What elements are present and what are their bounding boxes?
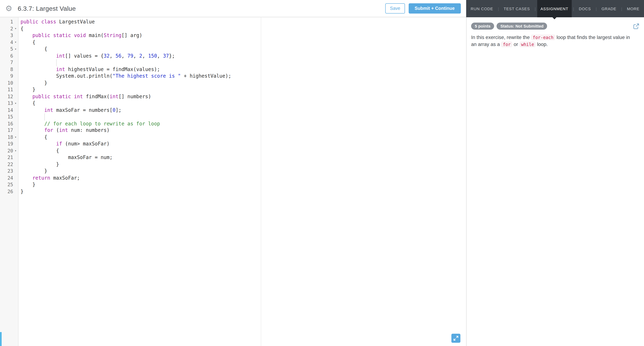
code-line[interactable] [20,113,466,120]
assignment-panel: 5 points Status: Not Submitted In this e… [466,17,644,346]
line-number: 12 [8,94,13,99]
scroll-indicator [0,332,2,346]
code-line[interactable]: if (num> maxSoFar) [20,141,466,147]
description-text: or [512,42,520,48]
code-line[interactable]: } [20,161,466,168]
code-line[interactable]: public static void main(String[] arg) [20,32,466,39]
code-line[interactable]: System.out.println("The highest score is… [20,73,466,80]
submit-continue-button[interactable]: Submit + Continue [408,3,461,14]
line-number: 14 [8,107,13,113]
gutter-row: 22 [0,161,18,168]
editor-topbar: ⚙ 6.3.7: Largest Value Save Submit + Con… [0,0,466,17]
gutter-row: 13▾ [0,100,18,107]
gutter-row: 10 [0,80,18,86]
exercise-title: 6.3.7: Largest Value [18,5,76,12]
gutter-row: 14 [0,107,18,113]
gutter-row: 1 [0,19,18,25]
description-text: loop. [536,42,548,48]
editor-code[interactable]: public class LargestValue{ public static… [19,17,466,346]
tab-test-cases[interactable]: TEST CASES [500,0,533,17]
indent-guide [56,59,56,66]
line-number: 26 [8,189,13,194]
line-number: 4 [10,39,13,45]
line-number: 16 [8,121,13,127]
gutter-row: 19 [0,141,18,147]
line-number: 9 [10,73,13,79]
code-line[interactable]: } [20,80,466,86]
description-text: In this exercise, rewrite the [471,35,531,40]
code-line[interactable]: return maxSoFar; [20,174,466,181]
tab-more[interactable]: MORE [624,0,643,17]
line-number: 7 [10,60,13,66]
line-number: 13 [8,100,13,106]
line-number: 15 [8,114,13,120]
gutter-row: 15 [0,113,18,120]
code-line[interactable]: // for each loop to rewrite as for loop [20,120,466,127]
gutter-row: 4▾ [0,39,18,46]
tab-run-code[interactable]: RUN CODE [467,0,496,17]
line-number: 11 [8,87,13,93]
code-line[interactable]: } [20,181,466,188]
editor-gutter: 12▾34▾5▾678910111213▾1415161718▾1920▾212… [0,17,18,346]
code-line[interactable]: } [20,188,466,195]
code-line[interactable]: { [20,46,466,53]
code-line[interactable]: { [20,39,466,46]
line-number: 22 [8,161,13,167]
line-number: 25 [8,182,13,187]
code-editor[interactable]: 12▾34▾5▾678910111213▾1415161718▾1920▾212… [0,17,466,346]
settings-gear-icon[interactable]: ⚙ [5,5,12,12]
code-line[interactable]: public static int findMax(int[] numbers) [20,93,466,100]
gutter-row: 16 [0,120,18,127]
line-number: 10 [8,80,13,86]
tab-separator: | [596,7,597,11]
fold-chevron-down-icon[interactable]: ▾ [13,48,18,51]
inline-code: while [520,42,536,48]
points-badge: 5 points [471,23,494,30]
right-panel-tabs: RUN CODE|TEST CASES|ASSIGNMENT|DOCS|GRAD… [466,0,644,17]
fold-chevron-down-icon[interactable]: ▾ [13,149,18,152]
code-line[interactable]: maxSoFar = num; [20,154,466,161]
inline-code: for-each [531,35,555,40]
assignment-description: In this exercise, rewrite the for-each l… [467,34,641,49]
line-number: 23 [8,168,13,174]
expand-editor-button[interactable] [452,334,460,343]
line-number: 21 [8,155,13,160]
gutter-row: 8 [0,66,18,73]
code-line[interactable]: for (int num: numbers) [20,127,466,134]
line-number: 2 [10,26,13,32]
line-number: 1 [10,19,13,25]
code-line[interactable]: { [20,25,466,32]
fold-chevron-down-icon[interactable]: ▾ [13,102,18,105]
external-link-icon[interactable] [633,23,639,29]
code-line[interactable]: int maxSoFar = numbers[0]; [20,107,466,113]
tab-grade[interactable]: GRADE [598,0,620,17]
status-badge: Status: Not Submitted [497,23,547,30]
code-line[interactable]: } [20,86,466,93]
code-line[interactable]: int[] values = {32, 56, 79, 2, 150, 37}; [20,53,466,59]
line-number: 20 [8,148,13,154]
gutter-row: 5▾ [0,46,18,53]
gutter-row: 21 [0,154,18,161]
line-number: 17 [8,128,13,133]
code-line[interactable] [20,59,466,66]
code-line[interactable]: int highestValue = findMax(values); [20,66,466,73]
line-number: 6 [10,53,13,59]
line-number: 18 [8,134,13,140]
tab-assignment[interactable]: ASSIGNMENT [537,0,572,17]
gutter-row: 17 [0,127,18,134]
fold-chevron-down-icon[interactable]: ▾ [13,136,18,139]
tab-docs[interactable]: DOCS [576,0,594,17]
inline-code: for [501,42,512,48]
code-line[interactable]: { [20,147,466,154]
topbar-actions: Save Submit + Continue [386,3,461,14]
fold-chevron-down-icon[interactable]: ▾ [13,27,18,30]
gutter-row: 7 [0,59,18,66]
code-line[interactable]: public class LargestValue [20,19,466,25]
line-number: 24 [8,175,13,181]
code-line[interactable]: } [20,168,466,174]
line-number: 3 [10,33,13,38]
fold-chevron-down-icon[interactable]: ▾ [13,41,18,44]
code-line[interactable]: { [20,100,466,107]
code-line[interactable]: { [20,134,466,141]
save-button[interactable]: Save [386,3,405,14]
